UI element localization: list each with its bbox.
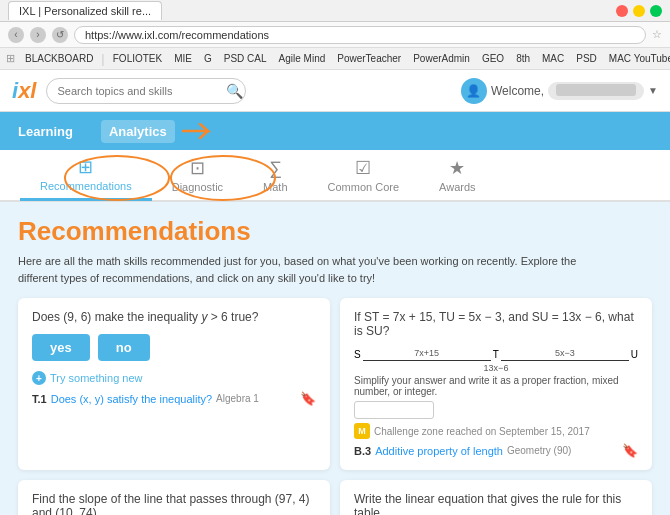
bookmark-psdcal[interactable]: PSD CAL	[220, 52, 271, 65]
common-core-icon: ☑	[355, 157, 371, 179]
page-title: Recommendations	[18, 216, 652, 247]
bookmark-g[interactable]: G	[200, 52, 216, 65]
nav-analytics[interactable]: Analytics	[101, 120, 175, 143]
segment-diagram: S 7x+15 T 5x−3 U 13x−6	[354, 348, 638, 373]
tab-diagnostic[interactable]: ⊡ Diagnostic	[152, 151, 243, 199]
bookmark-macyoutube[interactable]: MAC YouTube	[605, 52, 670, 65]
page-description: Here are all the math skills recommended…	[18, 253, 598, 286]
card4-question: Write the linear equation that gives the…	[354, 492, 638, 515]
apps-icon: ⊞	[6, 52, 15, 65]
card1-skill-link[interactable]: Does (x, y) satisfy the inequality?	[51, 393, 212, 405]
point-t: T	[493, 349, 499, 360]
main-nav: Learning Analytics	[0, 112, 670, 150]
forward-button[interactable]: ›	[30, 27, 46, 43]
url-input[interactable]: https://www.ixl.com/recommendations	[74, 26, 646, 44]
try-something-new[interactable]: + Try something new	[32, 371, 316, 385]
bookmark-8th[interactable]: 8th	[512, 52, 534, 65]
card-slope: Find the slope of the line that passes t…	[18, 480, 330, 515]
browser-titlebar: IXL | Personalized skill re...	[0, 0, 670, 22]
yes-button[interactable]: yes	[32, 334, 90, 361]
bookmark-foliotek[interactable]: FOLIOTEK	[109, 52, 166, 65]
tab-recommendations[interactable]: ⊞ Recommendations	[20, 150, 152, 201]
card1-skill-row: T.1 Does (x, y) satisfy the inequality? …	[32, 391, 316, 406]
card1-skill-code: T.1	[32, 393, 47, 405]
bookmark-geo[interactable]: GEO	[478, 52, 508, 65]
analytics-arrow-icon	[178, 116, 218, 146]
seg-st-label: 7x+15	[363, 348, 491, 361]
search-input[interactable]	[46, 78, 246, 104]
gold-badge-m: M	[354, 423, 370, 439]
seg-tu-label: 5x−3	[501, 348, 629, 361]
close-button[interactable]	[616, 5, 628, 17]
point-s: S	[354, 349, 361, 360]
card1-flag-icon: 🔖	[300, 391, 316, 406]
card2-skill-code: B.3	[354, 445, 371, 457]
no-button[interactable]: no	[98, 334, 150, 361]
card1-skill-subject: Algebra 1	[216, 393, 259, 404]
card-function-table: Write the linear equation that gives the…	[340, 480, 652, 515]
point-u: U	[631, 349, 638, 360]
search-icon: 🔍	[226, 83, 243, 99]
avatar: 👤	[461, 78, 487, 104]
cards-grid: Does (9, 6) make the inequality y > 6 tr…	[18, 298, 652, 515]
address-bar: ‹ › ↺ https://www.ixl.com/recommendation…	[0, 22, 670, 48]
card2-answer-desc: Simplify your answer and write it as a p…	[354, 375, 638, 397]
plus-icon: +	[32, 371, 46, 385]
math-icon: ∑	[269, 158, 282, 179]
card1-answers: yes no	[32, 334, 316, 361]
maximize-button[interactable]	[650, 5, 662, 17]
card1-question: Does (9, 6) make the inequality y > 6 tr…	[32, 310, 316, 324]
app-header: ixl 🔍 👤 Welcome, ▼	[0, 70, 670, 112]
card2-skill-row: M Challenge zone reached on September 15…	[354, 423, 638, 439]
welcome-area: 👤 Welcome, ▼	[461, 78, 658, 104]
diagnostic-icon: ⊡	[190, 157, 205, 179]
nav-learning[interactable]: Learning	[10, 120, 81, 143]
section-tabs: ⊞ Recommendations ⊡ Diagnostic ∑ Math ☑ …	[0, 150, 670, 202]
bookmark-psd[interactable]: PSD	[572, 52, 601, 65]
recommendations-icon: ⊞	[78, 156, 93, 178]
bookmark-mie[interactable]: MIE	[170, 52, 196, 65]
tab-common-core[interactable]: ☑ Common Core	[308, 151, 420, 199]
card-geometry: If ST = 7x + 15, TU = 5x − 3, and SU = 1…	[340, 298, 652, 470]
bookmark-blackboard[interactable]: BLACKBOARD	[21, 52, 97, 65]
tab-math[interactable]: ∑ Math	[243, 152, 307, 199]
bookmark-agilemind[interactable]: Agile Mind	[275, 52, 330, 65]
bookmark-mac[interactable]: MAC	[538, 52, 568, 65]
back-button[interactable]: ‹	[8, 27, 24, 43]
minimize-button[interactable]	[633, 5, 645, 17]
bookmarks-bar: ⊞ BLACKBOARD | FOLIOTEK MIE G PSD CAL Ag…	[0, 48, 670, 70]
card2-skill-link[interactable]: Additive property of length	[375, 445, 503, 457]
refresh-button[interactable]: ↺	[52, 27, 68, 43]
welcome-label: Welcome,	[491, 84, 544, 98]
awards-icon: ★	[449, 157, 465, 179]
username-display	[548, 82, 644, 100]
dropdown-arrow-icon[interactable]: ▼	[648, 85, 658, 96]
card2-skill-link-row: B.3 Additive property of length Geometry…	[354, 443, 638, 458]
card-inequality: Does (9, 6) make the inequality y > 6 tr…	[18, 298, 330, 470]
bookmark-star[interactable]: ☆	[652, 28, 662, 41]
tab-awards[interactable]: ★ Awards	[419, 151, 495, 199]
card2-flag-icon: 🔖	[622, 443, 638, 458]
main-content: Recommendations Here are all the math sk…	[0, 202, 670, 515]
seg-su-label: 13x−6	[354, 363, 638, 373]
card2-answer-input[interactable]	[354, 401, 434, 419]
bookmark-poweradmin[interactable]: PowerAdmin	[409, 52, 474, 65]
card2-skill-subject: Geometry (90)	[507, 445, 571, 456]
card2-challenge: Challenge zone reached on September 15, …	[374, 426, 590, 437]
browser-tab[interactable]: IXL | Personalized skill re...	[8, 1, 162, 20]
ixl-logo: ixl	[12, 78, 36, 104]
card2-question: If ST = 7x + 15, TU = 5x − 3, and SU = 1…	[354, 310, 638, 338]
bookmark-powerteacher[interactable]: PowerTeacher	[333, 52, 405, 65]
card3-question: Find the slope of the line that passes t…	[32, 492, 316, 515]
